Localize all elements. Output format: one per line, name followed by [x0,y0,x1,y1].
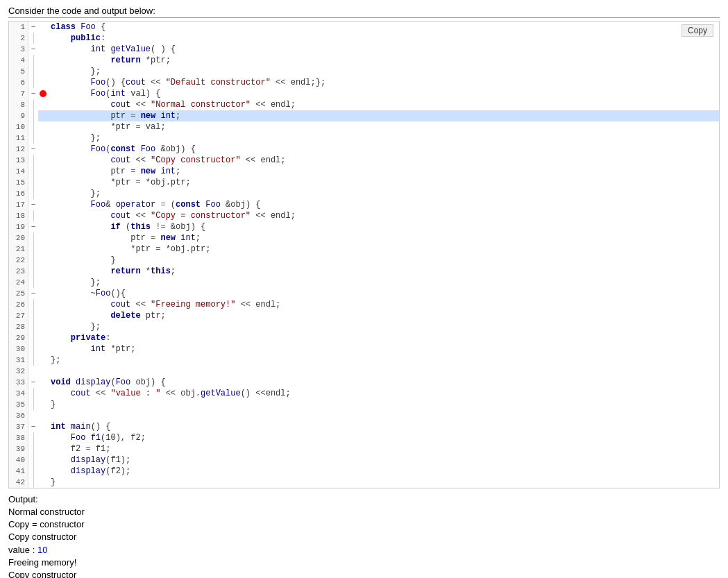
breakpoint-area[interactable] [38,332,48,343]
line-number: 28 [9,321,28,332]
breakpoint-area[interactable] [38,144,48,155]
code-line: 13 cout << "Copy constructor" << endl; [9,155,719,166]
code-content: cout << "Copy = constructor" << endl; [48,210,296,221]
code-line: 20 ptr = new int; [9,232,719,244]
breakpoint-area[interactable] [38,299,48,310]
line-number: 36 [9,410,28,421]
fold-indicator[interactable]: − [28,288,38,299]
fold-indicator [28,121,38,133]
fold-indicator [28,466,38,477]
fold-indicator [28,355,38,366]
line-number: 39 [9,443,28,454]
code-line: 31}; [9,355,719,366]
fold-indicator [28,255,38,266]
breakpoint-area[interactable] [38,343,48,355]
breakpoint-area[interactable] [38,188,48,199]
breakpoint-area[interactable] [38,33,48,44]
fold-indicator[interactable]: − [28,88,38,99]
breakpoint-area[interactable] [38,355,48,366]
line-number: 27 [9,310,28,321]
copy-button[interactable]: Copy [682,24,713,37]
breakpoint-area[interactable] [38,388,48,399]
breakpoint-area[interactable] [38,221,48,232]
code-line: 14 ptr = new int; [9,166,719,177]
breakpoint-area[interactable] [38,477,48,488]
line-number: 35 [9,399,28,410]
code-content: }; [48,321,101,332]
code-line: 19− if (this != &obj) { [9,221,719,232]
fold-indicator [28,299,38,310]
breakpoint-area[interactable] [38,410,48,421]
fold-indicator [28,410,38,421]
breakpoint-area[interactable] [38,399,48,410]
breakpoint-area[interactable] [38,443,48,454]
breakpoint-area[interactable] [38,321,48,332]
breakpoint-area[interactable] [38,255,48,266]
breakpoint-area[interactable] [38,310,48,321]
code-content: } [48,255,116,266]
breakpoint-area[interactable] [38,99,48,110]
code-line: 25− ~Foo(){ [9,288,719,299]
breakpoint-area[interactable] [38,288,48,299]
breakpoint-area[interactable] [38,110,48,121]
output-label: Output: [8,494,720,504]
fold-indicator[interactable]: − [28,221,38,232]
line-number: 9 [9,110,28,121]
line-number: 11 [9,133,28,144]
code-content: return *this; [48,266,176,277]
line-number: 5 [9,66,28,77]
code-line: 15 *ptr = *obj.ptr; [9,177,719,188]
fold-indicator [28,443,38,454]
output-line: value : 10 [8,544,720,556]
fold-indicator[interactable]: − [28,421,38,432]
code-line: 5 }; [9,66,719,77]
breakpoint-area[interactable] [38,177,48,188]
line-number: 29 [9,332,28,343]
code-content: }; [48,188,101,199]
breakpoint-area[interactable] [38,121,48,133]
code-line: 36 [9,410,719,421]
fold-indicator[interactable]: − [28,199,38,210]
code-content: private: [48,332,110,343]
breakpoint-area[interactable] [38,77,48,88]
breakpoint-area[interactable] [38,454,48,466]
breakpoint-area[interactable] [38,366,48,377]
breakpoint-area[interactable] [38,210,48,221]
breakpoint-area[interactable] [38,232,48,244]
fold-indicator[interactable]: − [28,22,38,33]
code-content: ptr = new int; [48,110,180,121]
breakpoint-area[interactable] [38,266,48,277]
fold-indicator [28,332,38,343]
code-line: 17− Foo& operator = (const Foo &obj) { [9,199,719,210]
fold-indicator [28,133,38,144]
breakpoint-area[interactable] [38,55,48,66]
fold-indicator[interactable]: − [28,144,38,155]
breakpoint-area[interactable] [38,277,48,288]
breakpoint-area[interactable] [38,166,48,177]
code-line: 38 Foo f1(10), f2; [9,432,719,443]
code-line: 8 cout << "Normal constructor" << endl; [9,99,719,110]
fold-indicator[interactable]: − [28,377,38,388]
code-content: void display(Foo obj) { [48,377,166,388]
breakpoint-area[interactable] [38,466,48,477]
code-line: 3− int getValue( ) { [9,44,719,55]
breakpoint-area[interactable] [38,133,48,144]
breakpoint-area[interactable] [38,22,48,33]
breakpoint-area[interactable] [38,432,48,443]
breakpoint-area[interactable] [38,199,48,210]
fold-indicator [28,188,38,199]
breakpoint-area[interactable] [38,421,48,432]
breakpoint-area[interactable] [38,155,48,166]
breakpoint-area[interactable] [38,66,48,77]
fold-indicator [28,99,38,110]
breakpoint-area[interactable] [38,44,48,55]
line-number: 26 [9,299,28,310]
breakpoint-area[interactable] [38,244,48,255]
code-line: 6 Foo() {cout << "Default constructor" <… [9,77,719,88]
breakpoint-area[interactable] [38,377,48,388]
fold-indicator[interactable]: − [28,44,38,55]
fold-indicator [28,266,38,277]
breakpoint-area[interactable] [38,88,48,99]
line-number: 41 [9,466,28,477]
code-container: Copy 1−class Foo {2 public:3− int getVal… [8,21,720,488]
